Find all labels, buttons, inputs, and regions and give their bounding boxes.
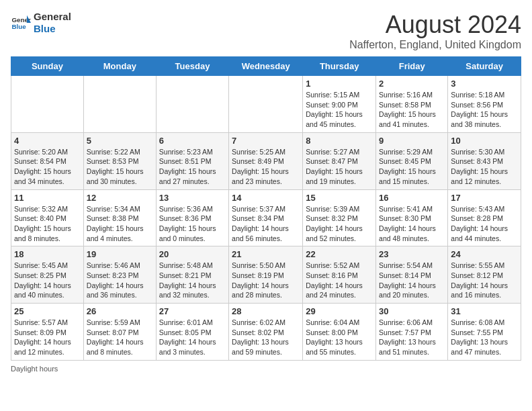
header-row: SundayMondayTuesdayWednesdayThursdayFrid… [11, 57, 521, 76]
day-number: 10 [451, 136, 518, 146]
day-detail: Sunrise: 5:20 AM Sunset: 8:54 PM Dayligh… [14, 147, 81, 187]
day-number: 14 [232, 193, 300, 203]
header-cell-wednesday: Wednesday [229, 57, 303, 76]
day-cell: 25Sunrise: 5:57 AM Sunset: 8:09 PM Dayli… [11, 304, 84, 361]
day-cell: 7Sunrise: 5:25 AM Sunset: 8:49 PM Daylig… [229, 132, 303, 189]
title-area: August 2024 Nafferton, England, United K… [349, 11, 521, 51]
day-cell: 2Sunrise: 5:16 AM Sunset: 8:58 PM Daylig… [376, 76, 448, 133]
day-detail: Sunrise: 5:52 AM Sunset: 8:16 PM Dayligh… [306, 261, 373, 300]
day-number: 2 [379, 79, 445, 89]
day-cell: 10Sunrise: 5:30 AM Sunset: 8:43 PM Dayli… [448, 132, 521, 189]
day-cell: 29Sunrise: 6:04 AM Sunset: 8:00 PM Dayli… [303, 304, 376, 361]
week-row-2: 11Sunrise: 5:32 AM Sunset: 8:40 PM Dayli… [11, 189, 521, 246]
header-cell-friday: Friday [376, 57, 448, 76]
day-detail: Sunrise: 5:36 AM Sunset: 8:36 PM Dayligh… [159, 204, 226, 244]
week-row-0: 1Sunrise: 5:15 AM Sunset: 9:00 PM Daylig… [11, 76, 521, 133]
day-cell: 31Sunrise: 6:08 AM Sunset: 7:55 PM Dayli… [448, 304, 521, 361]
day-number: 21 [232, 249, 300, 259]
day-cell: 30Sunrise: 6:06 AM Sunset: 7:57 PM Dayli… [376, 304, 448, 361]
day-detail: Sunrise: 5:57 AM Sunset: 8:09 PM Dayligh… [14, 318, 81, 357]
day-detail: Sunrise: 6:08 AM Sunset: 7:55 PM Dayligh… [451, 318, 518, 357]
day-detail: Sunrise: 5:41 AM Sunset: 8:30 PM Dayligh… [379, 204, 445, 244]
day-number: 24 [451, 249, 518, 259]
day-number: 8 [306, 136, 373, 146]
day-detail: Sunrise: 6:02 AM Sunset: 8:02 PM Dayligh… [232, 318, 300, 357]
day-number: 28 [232, 306, 300, 316]
day-cell: 8Sunrise: 5:27 AM Sunset: 8:47 PM Daylig… [303, 132, 376, 189]
day-cell: 14Sunrise: 5:37 AM Sunset: 8:34 PM Dayli… [229, 189, 303, 246]
day-detail: Sunrise: 6:04 AM Sunset: 8:00 PM Dayligh… [306, 318, 373, 357]
day-number: 17 [451, 193, 518, 203]
day-detail: Sunrise: 5:22 AM Sunset: 8:53 PM Dayligh… [87, 147, 153, 187]
day-cell: 17Sunrise: 5:43 AM Sunset: 8:28 PM Dayli… [448, 189, 521, 246]
day-cell: 13Sunrise: 5:36 AM Sunset: 8:36 PM Dayli… [156, 189, 228, 246]
day-detail: Sunrise: 5:39 AM Sunset: 8:32 PM Dayligh… [306, 204, 373, 244]
day-detail: Sunrise: 5:48 AM Sunset: 8:21 PM Dayligh… [159, 261, 226, 300]
day-detail: Sunrise: 5:32 AM Sunset: 8:40 PM Dayligh… [14, 204, 81, 244]
week-row-3: 18Sunrise: 5:45 AM Sunset: 8:25 PM Dayli… [11, 246, 521, 304]
day-cell: 18Sunrise: 5:45 AM Sunset: 8:25 PM Dayli… [11, 246, 84, 304]
day-detail: Sunrise: 5:34 AM Sunset: 8:38 PM Dayligh… [87, 204, 153, 244]
day-cell: 27Sunrise: 6:01 AM Sunset: 8:05 PM Dayli… [156, 304, 228, 361]
day-detail: Sunrise: 5:16 AM Sunset: 8:58 PM Dayligh… [379, 90, 445, 130]
day-cell: 21Sunrise: 5:50 AM Sunset: 8:19 PM Dayli… [229, 246, 303, 304]
day-cell [229, 76, 303, 133]
day-cell: 23Sunrise: 5:54 AM Sunset: 8:14 PM Dayli… [376, 246, 448, 304]
header-cell-sunday: Sunday [11, 57, 84, 76]
day-detail: Sunrise: 5:59 AM Sunset: 8:07 PM Dayligh… [87, 318, 153, 357]
day-number: 6 [159, 136, 226, 146]
header-cell-monday: Monday [83, 57, 156, 76]
day-cell: 24Sunrise: 5:55 AM Sunset: 8:12 PM Dayli… [448, 246, 521, 304]
logo-text: General Blue [34, 11, 71, 35]
header-cell-thursday: Thursday [303, 57, 376, 76]
day-cell: 15Sunrise: 5:39 AM Sunset: 8:32 PM Dayli… [303, 189, 376, 246]
day-detail: Sunrise: 5:27 AM Sunset: 8:47 PM Dayligh… [306, 147, 373, 187]
day-cell: 6Sunrise: 5:23 AM Sunset: 8:51 PM Daylig… [156, 132, 228, 189]
day-cell: 3Sunrise: 5:18 AM Sunset: 8:56 PM Daylig… [448, 76, 521, 133]
day-detail: Sunrise: 5:15 AM Sunset: 9:00 PM Dayligh… [306, 90, 373, 130]
day-cell: 9Sunrise: 5:29 AM Sunset: 8:45 PM Daylig… [376, 132, 448, 189]
day-number: 26 [87, 306, 153, 316]
week-row-4: 25Sunrise: 5:57 AM Sunset: 8:09 PM Dayli… [11, 304, 521, 361]
day-detail: Sunrise: 5:29 AM Sunset: 8:45 PM Dayligh… [379, 147, 445, 187]
day-number: 29 [306, 306, 373, 316]
day-cell: 16Sunrise: 5:41 AM Sunset: 8:30 PM Dayli… [376, 189, 448, 246]
day-detail: Sunrise: 5:55 AM Sunset: 8:12 PM Dayligh… [451, 261, 518, 300]
header-cell-saturday: Saturday [448, 57, 521, 76]
day-number: 25 [14, 306, 81, 316]
calendar-title: August 2024 [349, 11, 521, 39]
week-row-1: 4Sunrise: 5:20 AM Sunset: 8:54 PM Daylig… [11, 132, 521, 189]
day-number: 7 [232, 136, 300, 146]
day-number: 9 [379, 136, 445, 146]
day-detail: Sunrise: 5:46 AM Sunset: 8:23 PM Dayligh… [87, 261, 153, 300]
day-number: 20 [159, 249, 226, 259]
day-number: 4 [14, 136, 81, 146]
day-cell: 26Sunrise: 5:59 AM Sunset: 8:07 PM Dayli… [83, 304, 156, 361]
day-number: 30 [379, 306, 445, 316]
day-number: 19 [87, 249, 153, 259]
svg-text:Blue: Blue [12, 23, 27, 30]
header: General Blue General Blue August 2024 Na… [11, 11, 521, 51]
day-cell [11, 76, 84, 133]
day-cell [83, 76, 156, 133]
day-cell: 5Sunrise: 5:22 AM Sunset: 8:53 PM Daylig… [83, 132, 156, 189]
day-number: 15 [306, 193, 373, 203]
day-detail: Sunrise: 5:23 AM Sunset: 8:51 PM Dayligh… [159, 147, 226, 187]
day-detail: Sunrise: 5:37 AM Sunset: 8:34 PM Dayligh… [232, 204, 300, 244]
logo-icon: General Blue [11, 13, 31, 33]
day-detail: Sunrise: 5:43 AM Sunset: 8:28 PM Dayligh… [451, 204, 518, 244]
day-number: 13 [159, 193, 226, 203]
day-cell: 11Sunrise: 5:32 AM Sunset: 8:40 PM Dayli… [11, 189, 84, 246]
logo: General Blue General Blue [11, 11, 71, 35]
calendar-subtitle: Nafferton, England, United Kingdom [349, 39, 521, 51]
day-detail: Sunrise: 5:45 AM Sunset: 8:25 PM Dayligh… [14, 261, 81, 300]
day-cell: 28Sunrise: 6:02 AM Sunset: 8:02 PM Dayli… [229, 304, 303, 361]
day-number: 12 [87, 193, 153, 203]
day-number: 11 [14, 193, 81, 203]
day-number: 22 [306, 249, 373, 259]
day-detail: Sunrise: 5:50 AM Sunset: 8:19 PM Dayligh… [232, 261, 300, 300]
day-detail: Sunrise: 5:54 AM Sunset: 8:14 PM Dayligh… [379, 261, 445, 300]
day-number: 27 [159, 306, 226, 316]
day-cell: 20Sunrise: 5:48 AM Sunset: 8:21 PM Dayli… [156, 246, 228, 304]
day-number: 16 [379, 193, 445, 203]
